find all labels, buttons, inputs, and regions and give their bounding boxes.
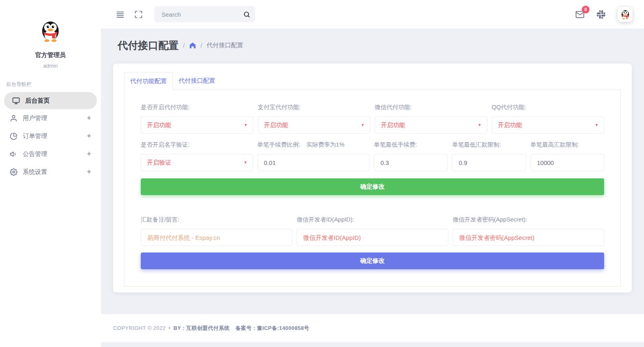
footer-bullet: • xyxy=(168,325,170,331)
search-input[interactable] xyxy=(161,11,243,18)
sidebar-item-label: 用户管理 xyxy=(23,114,47,122)
select-value: 开启验证 xyxy=(147,159,171,167)
chevron-down-icon: ▼ xyxy=(478,123,482,127)
expand-plus-icon[interactable]: + xyxy=(87,168,91,176)
sidebar-item-announcements[interactable]: 公告管理 + xyxy=(0,145,101,163)
expand-plus-icon[interactable]: + xyxy=(87,114,91,123)
apps-button[interactable] xyxy=(597,10,605,19)
profile-role: admin xyxy=(0,63,101,69)
field-label: 是否开启名字验证: xyxy=(141,141,253,149)
appsecret-input[interactable] xyxy=(453,229,604,246)
confirm-function-button[interactable]: 确定修改 xyxy=(141,178,604,195)
chevron-down-icon: ▼ xyxy=(595,123,598,127)
pie-chart-icon xyxy=(10,132,17,140)
field-label: 支付宝代付功能: xyxy=(258,103,371,111)
monitor-icon xyxy=(12,97,20,105)
max-limit-input[interactable] xyxy=(530,154,604,171)
fullscreen-icon xyxy=(134,10,143,19)
search-box xyxy=(154,6,255,22)
slack-icon xyxy=(597,10,605,19)
topbar: 0 xyxy=(101,0,644,29)
field-label: 是否开启代付功能: xyxy=(141,103,253,111)
field-wechat: 微信代付功能: 开启功能 ▼ xyxy=(375,103,487,134)
breadcrumb-separator: / xyxy=(183,42,185,49)
sidebar: 官方管理员 admin 后台导航栏 后台首页 用户管理 + xyxy=(0,0,101,347)
gear-icon xyxy=(10,168,17,176)
nav-section-label: 后台导航栏 xyxy=(0,81,101,88)
page-head: 代付接口配置 / / 代付接口配置 xyxy=(113,39,632,52)
fee-ratio-input[interactable] xyxy=(258,154,370,171)
search-icon[interactable] xyxy=(243,11,250,18)
field-label: 微信代付功能: xyxy=(375,103,487,111)
tabs: 代付功能配置 代付接口配置 xyxy=(124,72,621,90)
alipay-select[interactable]: 开启功能 ▼ xyxy=(258,116,371,134)
sidebar-item-label: 公告管理 xyxy=(23,150,47,158)
main-area: 0 xyxy=(101,0,644,347)
field-max-limit: 单笔最高汇款限制: xyxy=(530,141,604,171)
menu-toggle-button[interactable] xyxy=(116,10,124,19)
field-label: 汇款备注/留言: xyxy=(141,216,292,224)
enable-payment-select[interactable]: 开启功能 ▼ xyxy=(141,116,253,134)
field-min-limit: 单笔最低汇款限制: xyxy=(452,141,526,171)
name-verify-select[interactable]: 开启验证 ▼ xyxy=(141,154,253,171)
avatar[interactable] xyxy=(38,18,63,45)
footer-by: BY : 互联创盟代付系统 xyxy=(173,325,230,331)
sidebar-nav: 后台首页 用户管理 + 订单管理 + 公告管理 xyxy=(0,92,101,181)
field-label: 单笔手续费比例:实际费率为1% xyxy=(258,141,370,149)
select-value: 开启功能 xyxy=(498,121,522,129)
sidebar-item-users[interactable]: 用户管理 + xyxy=(0,109,101,127)
select-value: 开启功能 xyxy=(147,121,171,129)
topbar-right: 0 xyxy=(575,7,633,22)
field-qq: QQ代付功能: 开启功能 ▼ xyxy=(492,103,605,134)
breadcrumb-current: 代付接口配置 xyxy=(207,42,243,49)
fullscreen-button[interactable] xyxy=(134,10,143,19)
field-name-verify: 是否开启名字验证: 开启验证 ▼ xyxy=(141,141,253,171)
field-appsecret: 微信开发者密码(AppSecret): xyxy=(453,216,604,246)
sidebar-item-label: 后台首页 xyxy=(25,97,50,105)
footer-filing: 备案号 : 豫ICP备:14000858号 xyxy=(236,325,310,331)
hamburger-icon xyxy=(116,10,124,19)
notifications-button[interactable]: 0 xyxy=(575,10,585,19)
profile-block: 官方管理员 admin xyxy=(0,0,101,69)
qq-penguin-icon xyxy=(38,18,63,43)
select-value: 开启功能 xyxy=(264,121,288,129)
app-root: 官方管理员 admin 后台导航栏 后台首页 用户管理 + xyxy=(0,0,644,347)
field-label: 微信开发者ID(AppID): xyxy=(297,216,448,224)
expand-plus-icon[interactable]: + xyxy=(87,150,91,158)
form-row-3: 汇款备注/留言: 微信开发者ID(AppID): 微信开发者密码(AppSecr… xyxy=(141,216,604,246)
page-title: 代付接口配置 xyxy=(118,39,179,52)
tab-function-config[interactable]: 代付功能配置 xyxy=(124,72,173,90)
expand-plus-icon[interactable]: + xyxy=(87,132,91,141)
sidebar-item-dashboard[interactable]: 后台首页 xyxy=(4,92,97,109)
sidebar-item-orders[interactable]: 订单管理 + xyxy=(0,127,101,145)
tab-interface-config[interactable]: 代付接口配置 xyxy=(173,72,221,90)
min-limit-input[interactable] xyxy=(452,154,526,171)
confirm-interface-button[interactable]: 确定修改 xyxy=(141,253,604,269)
notification-badge: 0 xyxy=(582,6,589,13)
field-alipay: 支付宝代付功能: 开启功能 ▼ xyxy=(258,103,371,134)
sidebar-item-settings[interactable]: 系统设置 + xyxy=(0,163,101,181)
field-label: 单笔最低手续费: xyxy=(374,141,448,149)
footer-copyright: COPYRIGHT © 2022 xyxy=(113,325,166,331)
form-row-1: 是否开启代付功能: 开启功能 ▼ 支付宝代付功能: 开启功能 ▼ xyxy=(141,103,604,134)
field-label: QQ代付功能: xyxy=(492,103,605,111)
sidebar-item-label: 订单管理 xyxy=(23,132,47,140)
field-min-fee: 单笔最低手续费: xyxy=(374,141,448,171)
remark-input[interactable] xyxy=(141,229,292,246)
min-fee-input[interactable] xyxy=(374,154,448,171)
wechat-select[interactable]: 开启功能 ▼ xyxy=(375,116,487,134)
page-content: 代付接口配置 / / 代付接口配置 代付功能配置 代付接口配置 是否 xyxy=(101,29,644,314)
user-avatar-button[interactable] xyxy=(618,7,633,22)
form-row-2: 是否开启名字验证: 开启验证 ▼ 单笔手续费比例:实际费率为1% 单笔最低手续费… xyxy=(141,141,604,171)
speaker-icon xyxy=(10,150,17,158)
footer-text: COPYRIGHT © 2022•BY : 互联创盟代付系统备案号 : 豫ICP… xyxy=(113,325,310,332)
sidebar-item-label: 系统设置 xyxy=(23,168,47,176)
field-fee-ratio: 单笔手续费比例:实际费率为1% xyxy=(258,141,370,171)
appid-input[interactable] xyxy=(297,229,448,246)
qq-select[interactable]: 开启功能 ▼ xyxy=(492,116,605,134)
home-icon[interactable] xyxy=(189,42,196,49)
field-label: 微信开发者密码(AppSecret): xyxy=(453,216,604,224)
chevron-down-icon: ▼ xyxy=(244,123,248,127)
profile-name: 官方管理员 xyxy=(0,51,101,59)
select-value: 开启功能 xyxy=(381,121,405,129)
